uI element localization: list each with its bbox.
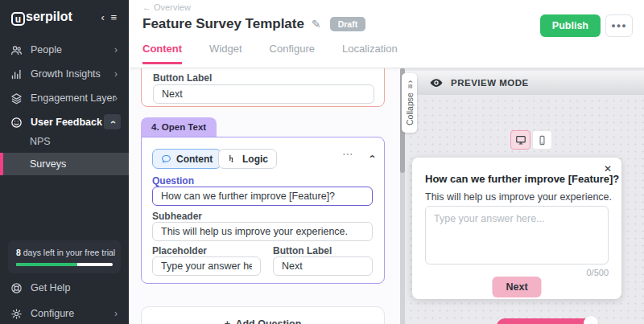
chevron-right-icon: › — [114, 68, 118, 80]
preview-next-button[interactable]: Next — [492, 277, 541, 297]
trial-progress-fill — [16, 263, 77, 266]
tab-localization[interactable]: Localization — [342, 43, 398, 64]
monitor-icon — [515, 134, 526, 146]
page-title: Feature Survey Template — [142, 16, 304, 32]
sidebar-item-get-help[interactable]: Get Help — [0, 277, 129, 298]
survey-preview-card: ✕ How can we further improve [Feature]? … — [412, 158, 621, 299]
device-toggle — [510, 130, 552, 150]
bar-chart-icon — [10, 68, 23, 80]
page-header: ← Overview Feature Survey Template ✎ Dra… — [129, 0, 644, 68]
layers-icon — [10, 92, 23, 105]
content-mode-label: Content — [176, 154, 213, 165]
add-question-label: Add Question — [235, 318, 301, 324]
add-question-button[interactable]: + Add Question — [141, 306, 385, 324]
button-label-input[interactable] — [273, 256, 373, 276]
sidebar-item-nps[interactable]: NPS — [0, 130, 129, 153]
open-text-question-card: Content Logic ⋯ › Question Subheader Pla… — [141, 137, 385, 284]
editor-scroll-area: Button Label 4. Open Text Content Logic … — [129, 68, 400, 324]
sidebar-item-label: Engagement Layer — [31, 92, 116, 104]
sidebar-item-growth-insights[interactable]: Growth Insights › — [0, 63, 129, 85]
preview-panel: PREVIEW MODE Collapse≡› ✕ How can we fur… — [400, 68, 644, 324]
bottom-drag-handle[interactable] — [584, 316, 598, 324]
sidebar-item-label: Get Help — [31, 282, 70, 293]
editor-tabs: Content Widget Configure Localization — [142, 43, 398, 64]
breadcrumb-label: Overview — [154, 2, 191, 12]
app-window: userpilot ‹ ≡ People › Growth Insights ›… — [0, 0, 644, 324]
subheader-field-label: Subheader — [152, 211, 202, 222]
question-menu-button[interactable]: ⋯ — [342, 147, 353, 160]
phone-icon — [537, 135, 547, 146]
sidebar: userpilot ‹ ≡ People › Growth Insights ›… — [0, 0, 129, 324]
preview-collapse-tab[interactable]: Collapse≡› — [402, 73, 417, 133]
sidebar-item-engagement-layer[interactable]: Engagement Layer › — [0, 87, 129, 109]
sidebar-item-label: User Feedback — [31, 117, 102, 128]
chevron-right-icon: › — [114, 92, 118, 104]
collapse-section-button[interactable]: › — [104, 114, 121, 129]
logic-mode-button[interactable]: Logic — [218, 149, 277, 169]
sidebar-item-people[interactable]: People › — [0, 39, 129, 61]
edit-title-icon[interactable]: ✎ — [312, 18, 321, 31]
sidebar-item-surveys[interactable]: Surveys — [0, 153, 129, 175]
collapse-tab-icon: ≡› — [405, 80, 414, 88]
question-block-badge[interactable]: 4. Open Text — [141, 117, 217, 137]
chevron-right-icon: › — [114, 308, 118, 319]
logic-branch-icon — [227, 154, 237, 164]
question-input[interactable] — [152, 187, 373, 206]
sidebar-item-configure[interactable]: Configure › — [0, 303, 129, 324]
collapse-tab-label: Collapse — [405, 93, 415, 126]
subheader-input[interactable] — [152, 222, 373, 241]
preview-subheader-text: This will help us improve your experienc… — [425, 191, 612, 203]
button-label-field-label: Button Label — [153, 72, 212, 84]
sidebar-item-label: Configure — [31, 308, 74, 319]
more-actions-button[interactable]: ●●● — [605, 14, 633, 37]
button-label-input[interactable] — [153, 84, 374, 104]
eye-icon — [429, 76, 444, 90]
logo-text: serpilot — [26, 10, 72, 23]
tab-widget[interactable]: Widget — [209, 43, 242, 64]
chevron-up-icon: › — [107, 121, 118, 124]
preview-mode-label: PREVIEW MODE — [451, 78, 529, 88]
breadcrumb-back-link[interactable]: ← Overview — [142, 2, 191, 12]
preview-answer-textarea[interactable] — [425, 206, 609, 265]
smiley-icon — [10, 116, 23, 129]
mobile-preview-button[interactable] — [532, 130, 552, 150]
plus-icon: + — [225, 318, 230, 324]
back-arrow-icon: ← — [142, 2, 151, 12]
sidebar-item-label: Growth Insights — [31, 68, 101, 80]
people-icon — [10, 43, 23, 56]
collapse-question-icon[interactable]: › — [365, 154, 377, 158]
gear-icon — [10, 307, 23, 320]
button-label-field-label: Button Label — [273, 245, 332, 256]
char-counter: 0/500 — [586, 268, 609, 277]
preview-question-text: How can we further improve [Feature]? — [425, 173, 619, 185]
status-badge: Draft — [330, 17, 366, 31]
publish-button[interactable]: Publish — [540, 14, 601, 37]
content-mode-button[interactable]: Content — [152, 149, 221, 169]
lifebuoy-icon — [10, 281, 23, 294]
sidebar-subitem-label: Surveys — [30, 158, 66, 170]
desktop-preview-button[interactable] — [510, 130, 530, 150]
placeholder-field-label: Placeholder — [152, 245, 207, 256]
logic-mode-label: Logic — [242, 154, 268, 165]
trial-progress-track — [16, 263, 113, 266]
userpilot-logo[interactable]: userpilot — [11, 10, 72, 26]
placeholder-input[interactable] — [152, 256, 261, 276]
chat-bubble-icon — [161, 154, 171, 164]
question-field-label: Question — [152, 175, 194, 187]
sidebar-collapse-control[interactable]: ‹ ≡ — [101, 11, 118, 23]
tab-configure[interactable]: Configure — [270, 43, 315, 64]
sidebar-item-label: People — [31, 44, 62, 55]
trial-banner: 8 days left in your free trial — [8, 240, 121, 273]
preview-mode-bar: PREVIEW MODE — [405, 71, 644, 95]
trial-text-rest: days left in your free trial — [21, 248, 115, 257]
sidebar-subitem-label: NPS — [30, 136, 51, 147]
trial-text: 8 days left in your free trial — [16, 248, 113, 257]
chevron-right-icon: › — [114, 44, 118, 55]
tab-content[interactable]: Content — [142, 43, 182, 64]
previous-question-card: Button Label — [141, 68, 385, 107]
logo-u-mark: u — [11, 12, 25, 26]
